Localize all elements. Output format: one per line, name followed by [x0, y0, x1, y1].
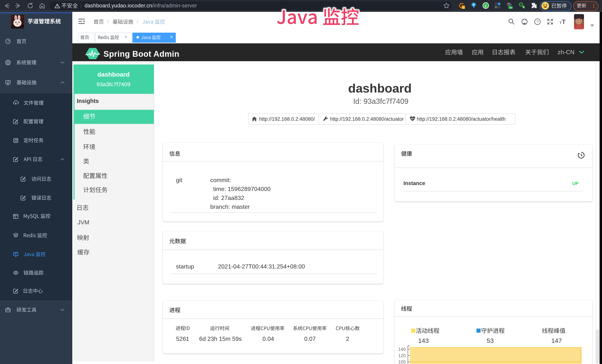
svg-text:?: ?	[536, 19, 538, 23]
svg-text:1: 1	[462, 6, 464, 9]
svg-text:y: y	[485, 3, 487, 8]
svg-text:on: on	[509, 6, 512, 9]
